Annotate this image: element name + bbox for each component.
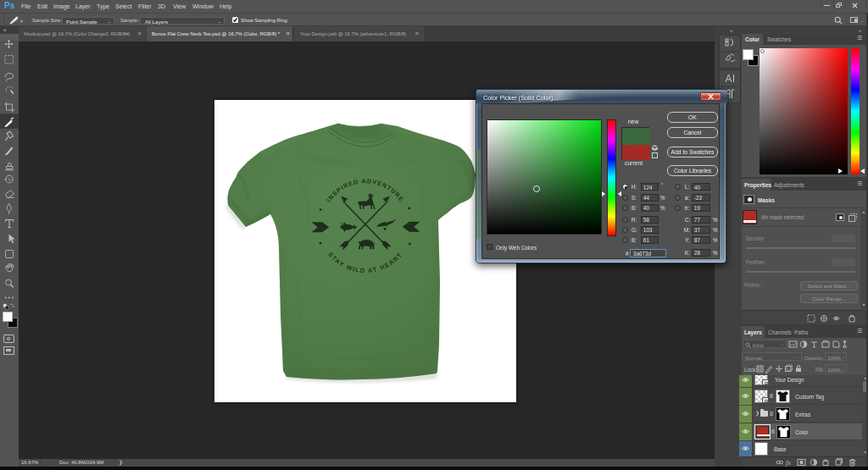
svg-text:fx: fx	[786, 459, 791, 467]
